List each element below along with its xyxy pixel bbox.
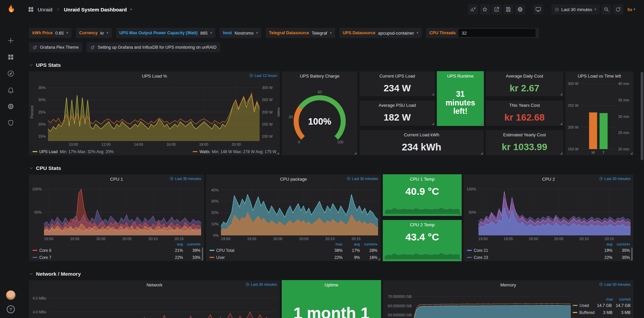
panel-resize-handle[interactable]: [432, 123, 434, 125]
variable-currency[interactable]: Currency kr ▾: [76, 28, 112, 38]
cpu1-chart[interactable]: 50%100%19:5019:5520:0020:0520:1020:15: [29, 183, 204, 241]
battery-gauge[interactable]: 02050100100%: [282, 80, 357, 155]
time-range-picker[interactable]: Last 30 minutes ▾: [551, 4, 600, 14]
panel-title[interactable]: UPS Load vs Time left: [578, 74, 621, 79]
legend-col-avg[interactable]: avg: [595, 242, 612, 246]
section-ups-stats[interactable]: UPS Stats: [29, 62, 644, 68]
panel-time-range[interactable]: Last 30 minutes: [599, 177, 631, 181]
panel-title[interactable]: Estimated Yearly Cost: [503, 132, 546, 137]
legend-item[interactable]: UPS Load Min: 17% Max: 32% Avg: 20%: [33, 148, 113, 155]
zoom-out-button[interactable]: [601, 4, 611, 14]
variable-telegraf-datasource[interactable]: Telegraf Datasource Telegraf ▾: [266, 28, 335, 38]
legend-col-max[interactable]: max: [596, 297, 613, 301]
save-button[interactable]: [503, 4, 513, 14]
panel-title[interactable]: Average Daily Cost: [506, 74, 543, 79]
panel-resize-handle[interactable]: [354, 152, 357, 154]
legend-row[interactable]: Core 6 21% 39%: [33, 247, 200, 254]
panel-title[interactable]: Current Load kWh: [404, 132, 440, 137]
apps-grid-icon[interactable]: [28, 6, 34, 13]
panel-title[interactable]: UPS Load %: [142, 74, 167, 79]
cpu-package-chart[interactable]: 0%10%20%30%40%19:5019:5520:0020:0520:102…: [206, 183, 381, 241]
legend-col-avg[interactable]: avg: [342, 242, 360, 246]
panel-resize-handle[interactable]: [630, 152, 633, 154]
panel-resize-handle[interactable]: [458, 213, 461, 215]
panel-time-range[interactable]: Last 12 hours: [249, 74, 277, 78]
panel-time-range[interactable]: Last 30 minutes: [599, 282, 631, 286]
user-avatar[interactable]: [6, 290, 15, 300]
grafana-logo[interactable]: [5, 4, 16, 15]
panel-resize-handle[interactable]: [480, 123, 483, 125]
legend-col-current[interactable]: current: [183, 242, 200, 246]
ups-load-chart[interactable]: 15%20%25%30%35%100 W150 W200 W250 W300 W…: [29, 80, 280, 147]
sidebar-item-explore[interactable]: [7, 70, 14, 77]
sidebar-item-create[interactable]: [7, 37, 14, 44]
panel-resize-handle[interactable]: [560, 152, 562, 154]
panel-title[interactable]: UPS Battery Charge: [300, 74, 339, 79]
dashboard-title[interactable]: Unraid System Dashboard: [64, 7, 127, 12]
legend-col-current[interactable]: current: [613, 297, 631, 301]
variable-kwh-price[interactable]: kWh Price 0.65 ▾: [29, 28, 72, 38]
panel-title[interactable]: Network: [146, 282, 163, 287]
sidebar-item-alerting[interactable]: [7, 86, 14, 94]
panel-title[interactable]: Average PSU Load: [378, 103, 416, 108]
panel-title[interactable]: CPU 1: [110, 177, 123, 182]
panel-time-range[interactable]: Last 30 minutes: [245, 282, 277, 286]
memory-chart[interactable]: 50.000000 GB60.000000 GB70.000000 GB: [383, 289, 573, 318]
section-cpu-stats[interactable]: CPU Stats: [29, 165, 644, 171]
dashboard-settings-button[interactable]: [515, 4, 525, 14]
add-panel-button[interactable]: [468, 4, 478, 14]
legend-row[interactable]: Core 21 19% 35%: [467, 247, 630, 254]
panel-resize-handle[interactable]: [432, 93, 434, 95]
link-grafana-plex-theme[interactable]: Grafana Plex Theme: [29, 42, 82, 52]
link-ups-monitoring-guide[interactable]: Setting up Grafana and InfluxDB for UPS …: [87, 42, 220, 52]
network-chart[interactable]: 2.0 MBs4.0 MBs6.0 MBs: [29, 289, 280, 318]
panel-title[interactable]: This Years Cost: [509, 103, 540, 108]
panel-resize-handle[interactable]: [277, 152, 279, 154]
legend-row[interactable]: Core 7 22% 33%: [33, 254, 200, 261]
panel-time-range[interactable]: Last 30 minutes: [170, 177, 201, 181]
legend-row[interactable]: User 22% 9% 16%: [210, 254, 377, 261]
dashboard-dropdown-caret[interactable]: ▾: [130, 8, 132, 11]
share-button[interactable]: [492, 4, 502, 14]
panel-resize-handle[interactable]: [458, 258, 461, 260]
ups-bar-chart[interactable]: 150 W200 W250 W300 W20 min25 min30 min35…: [565, 80, 633, 155]
legend-row[interactable]: Used 14.7 GB 14.7 GB: [573, 302, 631, 309]
legend-row[interactable]: Buffered 3 MB 3 MB: [573, 309, 631, 316]
panel-resize-handle[interactable]: [560, 93, 562, 95]
sidebar-item-configuration[interactable]: [7, 103, 14, 110]
breadcrumb-org[interactable]: Unraid: [38, 7, 52, 12]
panel-resize-handle[interactable]: [378, 258, 380, 260]
cycle-view-button[interactable]: [533, 4, 543, 14]
panel-time-range[interactable]: Last 30 minutes: [347, 177, 378, 181]
variable-ups-max-output[interactable]: UPS Max Output Power Capacity (Watt) 865…: [116, 28, 216, 38]
panel-title[interactable]: CPU 2: [542, 177, 555, 182]
legend-col-avg[interactable]: avg: [166, 242, 183, 246]
variable-host[interactable]: host Nostromo ▾: [220, 28, 261, 38]
refresh-interval-select[interactable]: 5s ▾: [625, 5, 638, 14]
legend-col-current[interactable]: current: [360, 242, 377, 246]
panel-title[interactable]: Current UPS Load: [379, 74, 415, 79]
cpu-threads-input[interactable]: 32: [458, 29, 536, 37]
star-button[interactable]: [480, 4, 490, 14]
panel-title[interactable]: CPU 1 Temp: [410, 177, 434, 182]
legend-row[interactable]: CPU Total 38% 17% 28%: [210, 247, 377, 254]
panel-title[interactable]: CPU package: [280, 177, 307, 182]
legend-col-current[interactable]: current: [612, 242, 630, 246]
page-scrollbar[interactable]: [641, 72, 643, 160]
sidebar-item-dashboards[interactable]: [7, 53, 14, 61]
panel-resize-handle[interactable]: [201, 258, 203, 260]
panel-title[interactable]: UPS Runtime: [447, 74, 474, 79]
variable-cpu-threads[interactable]: CPU Threads 32: [426, 28, 539, 38]
sidebar-item-server-admin[interactable]: [7, 119, 14, 127]
legend-item[interactable]: Watts Min: 148 W Max: 278 W Avg: 175 W: [193, 148, 276, 155]
cpu2-chart[interactable]: 50%100%19:5019:5520:0020:0520:1020:15: [464, 183, 633, 241]
panel-resize-handle[interactable]: [630, 258, 633, 260]
section-network-memory[interactable]: Network / Memory: [29, 271, 644, 277]
help-button[interactable]: ?: [7, 305, 15, 313]
legend-row[interactable]: Core 23 22% 35%: [467, 254, 630, 261]
panel-title[interactable]: Memory: [500, 282, 516, 287]
panel-title[interactable]: Uptime: [324, 282, 338, 287]
panel-title[interactable]: CPU 2 Temp: [410, 222, 434, 227]
panel-resize-handle[interactable]: [560, 123, 562, 125]
legend-col-max[interactable]: max: [325, 242, 342, 246]
